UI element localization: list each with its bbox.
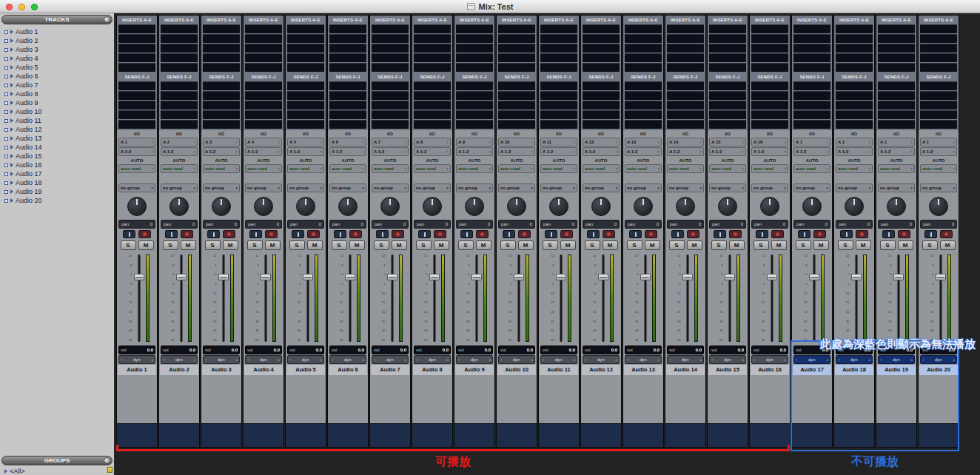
send-slot[interactable] [667, 101, 704, 110]
record-enable-button[interactable] [138, 230, 151, 238]
insert-slot[interactable] [245, 24, 282, 33]
insert-slot[interactable] [161, 53, 198, 62]
pan-display[interactable]: pan 0 [161, 220, 198, 229]
send-slot[interactable] [498, 101, 535, 110]
send-slot[interactable] [878, 101, 915, 110]
automation-mode-selector[interactable]: auto read ↕ [372, 164, 409, 173]
send-slot[interactable] [836, 120, 873, 129]
input-monitor-button[interactable] [756, 230, 768, 238]
output-selector[interactable]: A 1-2 ↕ [245, 147, 282, 156]
insert-slot[interactable] [456, 24, 493, 33]
automation-mode-selector[interactable]: auto read ↕ [878, 164, 915, 173]
send-slot[interactable] [920, 91, 957, 100]
fader-cap[interactable] [261, 274, 271, 280]
volume-display[interactable]: vol 0.0 [709, 346, 746, 354]
mute-button[interactable]: M [898, 240, 913, 250]
send-slot[interactable] [456, 110, 493, 119]
mute-button[interactable]: M [560, 240, 576, 250]
send-slot[interactable] [625, 91, 662, 100]
send-slot[interactable] [372, 120, 409, 129]
volume-display[interactable]: vol 0.0 [583, 346, 620, 354]
output-selector[interactable]: A 1-2 ↕ [372, 147, 409, 156]
fader-cap[interactable] [345, 274, 355, 280]
dyn-display[interactable]: ↕ dyn » [245, 355, 282, 364]
insert-slot[interactable] [583, 34, 620, 43]
insert-slot[interactable] [878, 53, 915, 62]
solo-button[interactable]: S [838, 240, 853, 250]
channel-name[interactable]: Audio 12 [582, 365, 620, 375]
track-show-icon[interactable] [4, 57, 8, 61]
mute-button[interactable]: M [138, 240, 154, 250]
fader-cap[interactable] [809, 274, 819, 280]
insert-slot[interactable] [161, 44, 198, 53]
record-enable-button[interactable] [813, 230, 826, 238]
send-slot[interactable] [751, 81, 788, 90]
record-enable-button[interactable] [392, 230, 404, 238]
input-monitor-button[interactable] [334, 230, 346, 238]
send-slot[interactable] [456, 81, 493, 90]
record-enable-button[interactable] [560, 230, 573, 238]
dyn-display[interactable]: ↕ dyn » [372, 355, 409, 364]
insert-slot[interactable] [920, 34, 957, 43]
insert-slot[interactable] [161, 34, 198, 43]
track-show-icon[interactable] [4, 39, 8, 43]
insert-slot[interactable] [625, 34, 662, 43]
input-monitor-button[interactable] [123, 230, 135, 238]
pan-knob[interactable] [549, 197, 568, 216]
channel-name[interactable]: Audio 5 [286, 365, 325, 375]
insert-slot[interactable] [878, 34, 915, 43]
input-monitor-button[interactable] [671, 230, 684, 238]
channel-name[interactable]: Audio 8 [413, 365, 452, 375]
insert-slot[interactable] [836, 63, 873, 72]
record-enable-button[interactable] [265, 230, 278, 238]
output-selector[interactable]: A 1-2 ↕ [751, 147, 788, 156]
automation-mode-selector[interactable]: auto read ↕ [329, 164, 366, 173]
sidebar-track-item[interactable]: Audio 15 [0, 152, 114, 161]
solo-button[interactable]: S [669, 240, 685, 250]
send-slot[interactable] [878, 120, 915, 129]
input-selector[interactable]: A 16 ↕ [751, 138, 788, 146]
send-slot[interactable] [751, 110, 788, 119]
send-slot[interactable] [751, 91, 788, 100]
solo-button[interactable]: S [500, 240, 516, 250]
automation-mode-selector[interactable]: auto read ↕ [625, 164, 662, 173]
group-selector[interactable]: no group ▾ [118, 183, 155, 192]
pan-display[interactable]: pan 0 [245, 220, 282, 229]
mute-button[interactable]: M [434, 240, 449, 250]
send-slot[interactable] [245, 120, 282, 129]
channel-name[interactable]: Audio 16 [751, 365, 789, 375]
insert-slot[interactable] [667, 24, 704, 33]
fader[interactable] [936, 253, 946, 343]
fader-cap[interactable] [682, 274, 693, 280]
fader[interactable] [514, 253, 524, 343]
fader[interactable] [893, 253, 904, 343]
input-monitor-button[interactable] [840, 230, 853, 238]
insert-slot[interactable] [414, 44, 451, 53]
sidebar-track-item[interactable]: Audio 7 [0, 81, 114, 90]
send-slot[interactable] [203, 110, 240, 119]
volume-display[interactable]: vol 0.0 [161, 346, 198, 354]
insert-slot[interactable] [583, 53, 620, 62]
record-enable-button[interactable] [181, 230, 193, 238]
automation-mode-selector[interactable]: auto read ↕ [414, 164, 451, 173]
insert-slot[interactable] [414, 53, 451, 62]
fader[interactable] [345, 253, 355, 343]
dyn-display[interactable]: ↕ dyn » [203, 355, 240, 364]
insert-slot[interactable] [203, 34, 240, 43]
send-slot[interactable] [245, 110, 282, 119]
insert-slot[interactable] [245, 53, 282, 62]
group-selector[interactable]: no group ▾ [287, 183, 324, 192]
input-monitor-button[interactable] [292, 230, 304, 238]
group-selector[interactable]: no group ▾ [920, 183, 957, 192]
solo-button[interactable]: S [374, 240, 389, 250]
send-slot[interactable] [709, 101, 746, 110]
send-slot[interactable] [245, 81, 282, 90]
groups-menu-icon[interactable] [104, 457, 110, 464]
track-show-icon[interactable] [4, 75, 8, 78]
pan-display[interactable]: pan 0 [625, 220, 662, 229]
send-slot[interactable] [161, 81, 198, 90]
record-enable-button[interactable] [687, 230, 699, 238]
send-slot[interactable] [372, 91, 409, 100]
pan-knob[interactable] [676, 197, 695, 216]
track-show-icon[interactable] [4, 181, 8, 185]
